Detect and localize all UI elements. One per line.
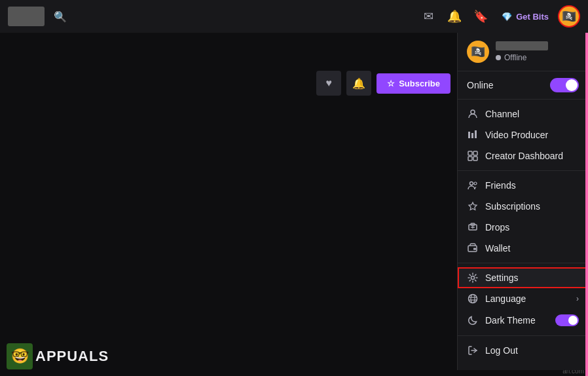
bell-button[interactable]: 🔔 bbox=[346, 71, 371, 96]
menu-item-subscriptions[interactable]: Subscriptions bbox=[458, 196, 588, 217]
svg-point-9 bbox=[474, 182, 477, 185]
navbar: 🔍 ✉ 🔔 🔖 💎 Get Bits 🏴‍☠️ bbox=[0, 0, 588, 33]
action-buttons: ♥ 🔔 ☆ Subscribe bbox=[316, 71, 450, 96]
inbox-icon: ✉ bbox=[424, 9, 433, 24]
watermark-icon: 🤓 bbox=[7, 343, 33, 369]
menu-item-wallet[interactable]: Wallet bbox=[458, 238, 588, 259]
svg-point-16 bbox=[471, 276, 475, 280]
dark-theme-toggle[interactable] bbox=[555, 314, 579, 326]
video-producer-icon bbox=[467, 130, 479, 140]
subscriptions-label: Subscriptions bbox=[485, 201, 579, 212]
drops-label: Drops bbox=[485, 222, 579, 233]
language-icon bbox=[467, 293, 479, 304]
friends-label: Friends bbox=[485, 180, 579, 191]
avatar-icon: 🏴‍☠️ bbox=[562, 9, 576, 24]
dropdown-user-header: 🏴‍☠️ Offline bbox=[458, 33, 588, 71]
navbar-right: ✉ 🔔 🔖 💎 Get Bits 🏴‍☠️ bbox=[416, 5, 580, 28]
dropdown-status: Offline bbox=[496, 53, 548, 62]
svg-point-18 bbox=[471, 295, 475, 303]
avatar-button[interactable]: 🏴‍☠️ bbox=[558, 5, 580, 28]
search-icon: 🔍 bbox=[54, 10, 67, 23]
watermark-text: APPUALS bbox=[35, 348, 109, 365]
video-producer-label: Video Producer bbox=[485, 130, 579, 140]
svg-rect-15 bbox=[473, 248, 476, 250]
search-button[interactable]: 🔍 bbox=[50, 6, 71, 27]
bits-icon: 💎 bbox=[502, 12, 512, 22]
menu-item-video-producer[interactable]: Video Producer bbox=[458, 124, 588, 145]
watermark: 🤓 APPUALS bbox=[7, 343, 109, 369]
drops-icon bbox=[467, 222, 479, 233]
svg-rect-6 bbox=[468, 157, 472, 160]
bell-icon: 🔔 bbox=[352, 77, 365, 90]
online-toggle[interactable] bbox=[550, 78, 579, 92]
language-label: Language bbox=[485, 293, 570, 304]
status-label: Offline bbox=[504, 53, 526, 62]
creator-dashboard-label: Creator Dashboard bbox=[485, 151, 579, 161]
get-bits-button[interactable]: 💎 Get Bits bbox=[495, 8, 555, 26]
menu-item-creator-dashboard[interactable]: Creator Dashboard bbox=[458, 145, 588, 166]
logout-icon bbox=[467, 345, 479, 356]
online-row: Online bbox=[458, 71, 588, 100]
watermark-brand: APPUALS bbox=[35, 348, 109, 364]
svg-point-8 bbox=[470, 182, 473, 185]
inbox-button[interactable]: ✉ bbox=[416, 5, 440, 28]
wallet-label: Wallet bbox=[485, 243, 579, 254]
menu-item-channel[interactable]: Channel bbox=[458, 103, 588, 124]
svg-rect-4 bbox=[468, 151, 472, 155]
menu-section-settings: Settings Language › Dark Theme bbox=[458, 263, 588, 336]
channel-label: Channel bbox=[485, 109, 579, 119]
heart-button[interactable]: ♥ bbox=[316, 71, 341, 96]
logout-label: Log Out bbox=[485, 345, 579, 356]
dropdown-username-block: Offline bbox=[496, 41, 548, 62]
wallet-icon bbox=[467, 243, 479, 254]
svg-rect-1 bbox=[468, 132, 470, 138]
friends-icon bbox=[467, 180, 479, 191]
status-dot bbox=[496, 55, 501, 60]
dropdown-right-border bbox=[585, 33, 588, 376]
menu-item-drops[interactable]: Drops bbox=[458, 217, 588, 238]
language-arrow-icon: › bbox=[576, 294, 579, 303]
dropdown-avatar: 🏴‍☠️ bbox=[467, 41, 489, 63]
subscribe-label: Subscribe bbox=[399, 79, 440, 88]
svg-rect-2 bbox=[471, 133, 473, 138]
settings-label: Settings bbox=[485, 273, 579, 283]
notifications-icon: 🔔 bbox=[447, 9, 462, 24]
navbar-left: 🔍 bbox=[8, 6, 71, 27]
settings-icon bbox=[467, 273, 479, 283]
logo bbox=[8, 7, 45, 26]
dark-theme-icon bbox=[467, 315, 479, 326]
svg-point-0 bbox=[471, 110, 475, 114]
svg-point-17 bbox=[469, 295, 477, 303]
menu-item-language[interactable]: Language › bbox=[458, 288, 588, 309]
online-label: Online bbox=[467, 80, 493, 90]
dropdown-username bbox=[496, 41, 548, 50]
svg-rect-7 bbox=[473, 157, 477, 160]
heart-icon: ♥ bbox=[325, 77, 332, 89]
menu-item-logout[interactable]: Log Out bbox=[458, 340, 588, 361]
svg-rect-3 bbox=[475, 130, 477, 138]
dark-theme-toggle-knob bbox=[568, 316, 578, 325]
dark-theme-label: Dark Theme bbox=[485, 315, 549, 326]
subscribe-button[interactable]: ☆ Subscribe bbox=[377, 73, 450, 94]
bookmarks-icon: 🔖 bbox=[473, 9, 488, 24]
svg-rect-5 bbox=[473, 151, 477, 155]
watermark-emoji: 🤓 bbox=[11, 348, 29, 365]
menu-section-creator: Channel Video Producer Crea bbox=[458, 100, 588, 171]
get-bits-label: Get Bits bbox=[516, 12, 549, 22]
toggle-knob bbox=[566, 79, 578, 91]
notifications-button[interactable]: 🔔 bbox=[443, 5, 466, 28]
subscriptions-icon bbox=[467, 201, 479, 212]
bookmarks-button[interactable]: 🔖 bbox=[469, 5, 492, 28]
subscribe-star-icon: ☆ bbox=[387, 79, 395, 88]
menu-section-social: Friends Subscriptions Drops bbox=[458, 171, 588, 263]
menu-section-logout: Log Out bbox=[458, 336, 588, 365]
dropdown-menu: 🏴‍☠️ Offline Online Channel bbox=[457, 33, 588, 370]
channel-icon bbox=[467, 109, 479, 119]
dropdown-avatar-icon: 🏴‍☠️ bbox=[471, 45, 485, 59]
menu-item-dark-theme[interactable]: Dark Theme bbox=[458, 309, 588, 331]
menu-item-settings[interactable]: Settings bbox=[458, 267, 588, 288]
menu-item-friends[interactable]: Friends bbox=[458, 175, 588, 196]
creator-dashboard-icon bbox=[467, 151, 479, 161]
